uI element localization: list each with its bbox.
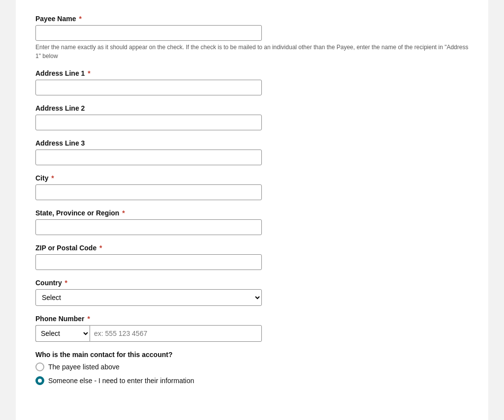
- state-province-group: State, Province or Region *: [35, 209, 469, 235]
- address-line3-group: Address Line 3: [35, 139, 469, 165]
- country-label: Country *: [35, 279, 469, 287]
- state-province-input[interactable]: [35, 219, 262, 235]
- payee-name-group: Payee Name * Enter the name exactly as i…: [35, 15, 469, 60]
- country-select[interactable]: Select: [35, 289, 262, 306]
- required-star: *: [63, 279, 67, 287]
- payee-name-input[interactable]: [35, 25, 262, 41]
- address-line2-group: Address Line 2: [35, 104, 469, 130]
- radio-payee-text: The payee listed above: [48, 363, 120, 371]
- required-star: *: [77, 15, 82, 23]
- address-line1-input[interactable]: [35, 80, 262, 95]
- radio-payee[interactable]: [35, 362, 44, 371]
- address-line2-label: Address Line 2: [35, 104, 469, 112]
- form-container: Payee Name * Enter the name exactly as i…: [16, 0, 488, 420]
- city-input[interactable]: [35, 184, 262, 200]
- phone-number-label: Phone Number *: [35, 315, 469, 323]
- phone-number-group: Phone Number * Select: [35, 315, 469, 342]
- city-label: City *: [35, 174, 469, 182]
- city-group: City *: [35, 174, 469, 200]
- phone-number-input[interactable]: [90, 325, 262, 342]
- required-star: *: [86, 69, 90, 77]
- required-star: *: [97, 244, 102, 252]
- address-line2-input[interactable]: [35, 115, 262, 130]
- address-line1-group: Address Line 1 *: [35, 69, 469, 95]
- required-star: *: [86, 315, 90, 323]
- address-line3-input[interactable]: [35, 150, 262, 165]
- state-province-label: State, Province or Region *: [35, 209, 469, 217]
- country-group: Country * Select: [35, 279, 469, 306]
- main-contact-question: Who is the main contact for this account…: [35, 351, 469, 359]
- main-contact-group: Who is the main contact for this account…: [35, 351, 469, 385]
- address-line1-label: Address Line 1 *: [35, 69, 469, 77]
- payee-name-hint: Enter the name exactly as it should appe…: [35, 43, 469, 60]
- radio-payee-label[interactable]: The payee listed above: [35, 362, 469, 371]
- address-line3-label: Address Line 3: [35, 139, 469, 147]
- zip-postal-input[interactable]: [35, 254, 262, 270]
- main-contact-radio-group: The payee listed above Someone else - I …: [35, 362, 469, 385]
- required-star: *: [120, 209, 125, 217]
- zip-postal-label: ZIP or Postal Code *: [35, 244, 469, 252]
- radio-someone-else-label[interactable]: Someone else - I need to enter their inf…: [35, 376, 469, 385]
- radio-someone-else[interactable]: [35, 376, 44, 385]
- payee-name-label: Payee Name *: [35, 15, 469, 23]
- phone-row: Select: [35, 325, 262, 342]
- phone-country-select[interactable]: Select: [35, 325, 90, 342]
- zip-postal-group: ZIP or Postal Code *: [35, 244, 469, 270]
- required-star: *: [49, 174, 54, 182]
- radio-someone-else-text: Someone else - I need to enter their inf…: [48, 377, 194, 385]
